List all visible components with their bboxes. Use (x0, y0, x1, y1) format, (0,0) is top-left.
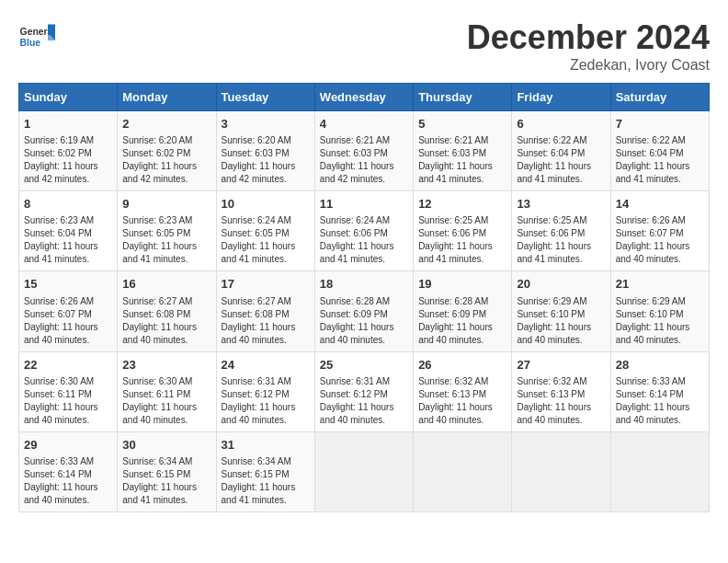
day-info: Sunrise: 6:26 AMSunset: 6:07 PMDaylight:… (616, 214, 704, 266)
day-number: 5 (418, 116, 506, 132)
day-info: Sunrise: 6:33 AMSunset: 6:14 PMDaylight:… (24, 455, 112, 507)
day-number: 18 (320, 276, 408, 293)
day-info: Sunrise: 6:21 AMSunset: 6:03 PMDaylight:… (320, 134, 408, 186)
location: Zedekan, Ivory Coast (467, 57, 710, 74)
day-info: Sunrise: 6:25 AMSunset: 6:06 PMDaylight:… (517, 214, 605, 266)
day-number: 9 (122, 196, 210, 213)
page-header: General Blue December 2024 Zedekan, Ivor… (18, 18, 710, 74)
logo: General Blue (18, 18, 59, 55)
calendar-day-cell: 6Sunrise: 6:22 AMSunset: 6:04 PMDaylight… (512, 111, 610, 191)
day-info: Sunrise: 6:27 AMSunset: 6:08 PMDaylight:… (222, 295, 310, 347)
day-number: 15 (24, 276, 112, 293)
day-number: 16 (122, 276, 210, 293)
day-info: Sunrise: 6:33 AMSunset: 6:14 PMDaylight:… (616, 375, 704, 427)
calendar-header-row: SundayMondayTuesdayWednesdayThursdayFrid… (19, 84, 710, 111)
calendar-day-cell: 7Sunrise: 6:22 AMSunset: 6:04 PMDaylight… (610, 111, 709, 191)
day-number: 21 (616, 276, 704, 293)
calendar-day-cell: 26Sunrise: 6:32 AMSunset: 6:13 PMDayligh… (414, 351, 512, 431)
calendar-day-cell: 2Sunrise: 6:20 AMSunset: 6:02 PMDaylight… (118, 111, 216, 191)
calendar-week-row: 8Sunrise: 6:23 AMSunset: 6:04 PMDaylight… (19, 191, 710, 271)
calendar-day-cell: 17Sunrise: 6:27 AMSunset: 6:08 PMDayligh… (216, 271, 314, 351)
day-number: 7 (616, 116, 704, 132)
day-info: Sunrise: 6:23 AMSunset: 6:05 PMDaylight:… (122, 214, 210, 266)
calendar-day-cell: 8Sunrise: 6:23 AMSunset: 6:04 PMDaylight… (19, 191, 118, 271)
day-number: 6 (517, 116, 605, 132)
day-info: Sunrise: 6:31 AMSunset: 6:12 PMDaylight:… (320, 375, 408, 427)
calendar-day-cell: 18Sunrise: 6:28 AMSunset: 6:09 PMDayligh… (314, 271, 413, 351)
calendar-week-row: 22Sunrise: 6:30 AMSunset: 6:11 PMDayligh… (19, 351, 710, 431)
day-number: 8 (24, 196, 112, 213)
day-number: 27 (517, 357, 605, 373)
day-number: 11 (320, 196, 408, 213)
day-info: Sunrise: 6:28 AMSunset: 6:09 PMDaylight:… (320, 295, 408, 347)
day-info: Sunrise: 6:25 AMSunset: 6:06 PMDaylight:… (418, 214, 506, 266)
weekday-header-tuesday: Tuesday (216, 84, 314, 111)
calendar-day-cell: 14Sunrise: 6:26 AMSunset: 6:07 PMDayligh… (610, 191, 709, 271)
weekday-header-sunday: Sunday (19, 84, 118, 111)
calendar-day-cell: 11Sunrise: 6:24 AMSunset: 6:06 PMDayligh… (314, 191, 413, 271)
day-info: Sunrise: 6:34 AMSunset: 6:15 PMDaylight:… (122, 455, 210, 507)
calendar-day-cell: 30Sunrise: 6:34 AMSunset: 6:15 PMDayligh… (118, 431, 216, 511)
svg-text:Blue: Blue (20, 38, 41, 48)
calendar-day-cell: 23Sunrise: 6:30 AMSunset: 6:11 PMDayligh… (118, 351, 216, 431)
day-info: Sunrise: 6:22 AMSunset: 6:04 PMDaylight:… (517, 134, 605, 186)
day-number: 28 (616, 357, 704, 373)
day-info: Sunrise: 6:30 AMSunset: 6:11 PMDaylight:… (122, 375, 210, 427)
day-info: Sunrise: 6:30 AMSunset: 6:11 PMDaylight:… (24, 375, 112, 427)
day-number: 2 (122, 116, 210, 132)
day-number: 22 (24, 357, 112, 373)
calendar-body: 1Sunrise: 6:19 AMSunset: 6:02 PMDaylight… (19, 111, 710, 512)
day-number: 3 (222, 116, 310, 132)
calendar-day-cell: 1Sunrise: 6:19 AMSunset: 6:02 PMDaylight… (19, 111, 118, 191)
logo-icon: General Blue (18, 18, 55, 55)
calendar-day-cell: 16Sunrise: 6:27 AMSunset: 6:08 PMDayligh… (118, 271, 216, 351)
day-info: Sunrise: 6:32 AMSunset: 6:13 PMDaylight:… (418, 375, 506, 427)
calendar-day-cell: 31Sunrise: 6:34 AMSunset: 6:15 PMDayligh… (216, 431, 314, 511)
day-info: Sunrise: 6:31 AMSunset: 6:12 PMDaylight:… (222, 375, 310, 427)
day-number: 19 (418, 276, 506, 293)
title-block: December 2024 Zedekan, Ivory Coast (467, 18, 710, 74)
calendar-day-cell: 4Sunrise: 6:21 AMSunset: 6:03 PMDaylight… (314, 111, 413, 191)
calendar-day-cell: 15Sunrise: 6:26 AMSunset: 6:07 PMDayligh… (19, 271, 118, 351)
day-number: 29 (24, 437, 112, 454)
day-info: Sunrise: 6:32 AMSunset: 6:13 PMDaylight:… (517, 375, 605, 427)
calendar-day-cell: 24Sunrise: 6:31 AMSunset: 6:12 PMDayligh… (216, 351, 314, 431)
calendar-week-row: 29Sunrise: 6:33 AMSunset: 6:14 PMDayligh… (19, 431, 710, 511)
day-info: Sunrise: 6:20 AMSunset: 6:02 PMDaylight:… (122, 134, 210, 186)
calendar-day-cell (512, 431, 610, 511)
calendar-day-cell (414, 431, 512, 511)
calendar-day-cell: 27Sunrise: 6:32 AMSunset: 6:13 PMDayligh… (512, 351, 610, 431)
day-number: 17 (222, 276, 310, 293)
day-info: Sunrise: 6:20 AMSunset: 6:03 PMDaylight:… (222, 134, 310, 186)
calendar-week-row: 1Sunrise: 6:19 AMSunset: 6:02 PMDaylight… (19, 111, 710, 191)
day-number: 10 (222, 196, 310, 213)
day-info: Sunrise: 6:24 AMSunset: 6:05 PMDaylight:… (222, 214, 310, 266)
month-title: December 2024 (467, 18, 710, 57)
calendar-day-cell: 9Sunrise: 6:23 AMSunset: 6:05 PMDaylight… (118, 191, 216, 271)
calendar-day-cell: 10Sunrise: 6:24 AMSunset: 6:05 PMDayligh… (216, 191, 314, 271)
day-info: Sunrise: 6:24 AMSunset: 6:06 PMDaylight:… (320, 214, 408, 266)
calendar-day-cell: 28Sunrise: 6:33 AMSunset: 6:14 PMDayligh… (610, 351, 709, 431)
day-info: Sunrise: 6:19 AMSunset: 6:02 PMDaylight:… (24, 134, 112, 186)
day-info: Sunrise: 6:27 AMSunset: 6:08 PMDaylight:… (122, 295, 210, 347)
day-info: Sunrise: 6:29 AMSunset: 6:10 PMDaylight:… (616, 295, 704, 347)
calendar-day-cell: 3Sunrise: 6:20 AMSunset: 6:03 PMDaylight… (216, 111, 314, 191)
day-number: 31 (222, 437, 310, 454)
calendar-day-cell (610, 431, 709, 511)
day-number: 12 (418, 196, 506, 213)
weekday-header-thursday: Thursday (414, 84, 512, 111)
day-number: 1 (24, 116, 112, 132)
day-number: 23 (122, 357, 210, 373)
day-number: 24 (222, 357, 310, 373)
day-number: 20 (517, 276, 605, 293)
weekday-header-monday: Monday (118, 84, 216, 111)
calendar-day-cell: 19Sunrise: 6:28 AMSunset: 6:09 PMDayligh… (414, 271, 512, 351)
day-info: Sunrise: 6:26 AMSunset: 6:07 PMDaylight:… (24, 295, 112, 347)
calendar-day-cell: 29Sunrise: 6:33 AMSunset: 6:14 PMDayligh… (19, 431, 118, 511)
calendar-day-cell: 12Sunrise: 6:25 AMSunset: 6:06 PMDayligh… (414, 191, 512, 271)
day-number: 13 (517, 196, 605, 213)
day-info: Sunrise: 6:29 AMSunset: 6:10 PMDaylight:… (517, 295, 605, 347)
calendar-table: SundayMondayTuesdayWednesdayThursdayFrid… (18, 83, 710, 512)
weekday-header-saturday: Saturday (610, 84, 709, 111)
weekday-header-friday: Friday (512, 84, 610, 111)
